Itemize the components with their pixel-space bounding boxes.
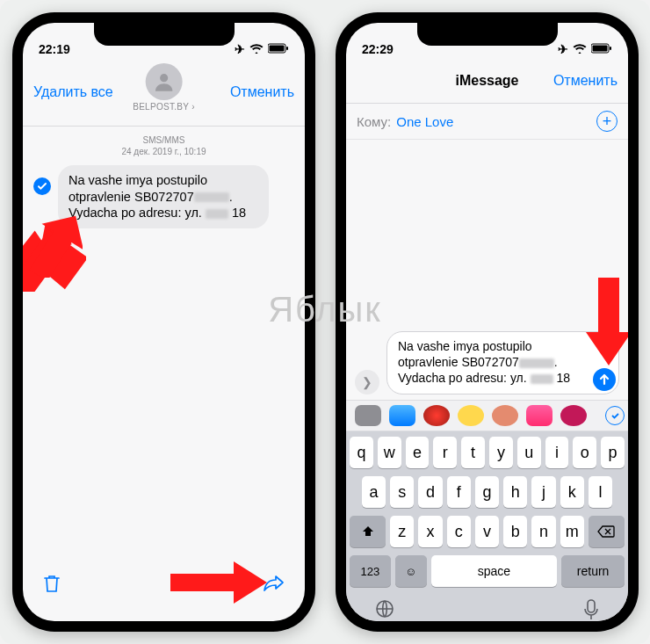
app-more-icon[interactable] xyxy=(605,406,625,425)
message-timestamp: 24 дек. 2019 г., 10:19 xyxy=(33,147,294,156)
status-icons: ✈︎ xyxy=(235,42,289,56)
conversation-type: SMS/MMS xyxy=(33,135,294,145)
return-key[interactable]: return xyxy=(561,555,625,587)
cancel-button[interactable]: Отменить xyxy=(230,84,294,100)
key-row-3: zxcvbnm xyxy=(350,516,625,547)
memoji-app-icon[interactable] xyxy=(492,405,518,426)
space-key[interactable]: space xyxy=(431,555,558,587)
numbers-key[interactable]: 123 xyxy=(350,555,391,587)
key-n[interactable]: n xyxy=(531,516,555,547)
to-label: Кому: xyxy=(357,114,391,129)
key-i[interactable]: i xyxy=(545,437,569,468)
key-q[interactable]: q xyxy=(350,437,373,468)
phone-right: 22:29 ✈︎ iMessage Отменить Кому: One Lov… xyxy=(336,12,639,632)
key-g[interactable]: g xyxy=(475,476,499,508)
globe-icon[interactable] xyxy=(374,598,395,621)
key-h[interactable]: h xyxy=(503,476,527,508)
svg-rect-1 xyxy=(270,46,285,52)
notch xyxy=(94,23,235,46)
key-u[interactable]: u xyxy=(517,437,541,468)
key-row-4: 123 ☺ space return xyxy=(350,555,625,587)
contact-avatar[interactable] xyxy=(146,63,183,100)
redacted-text xyxy=(206,209,228,219)
status-time: 22:19 xyxy=(39,42,70,56)
notch xyxy=(417,23,558,46)
add-recipient-button[interactable]: + xyxy=(596,111,618,132)
app-icon[interactable] xyxy=(560,405,587,426)
delete-all-button[interactable]: Удалить все xyxy=(33,84,113,100)
redacted-text xyxy=(194,192,229,202)
key-r[interactable]: r xyxy=(433,437,457,468)
key-p[interactable]: p xyxy=(601,437,625,468)
key-o[interactable]: o xyxy=(573,437,596,468)
svg-marker-14 xyxy=(586,278,628,365)
key-a[interactable]: a xyxy=(362,476,386,508)
key-t[interactable]: t xyxy=(461,437,485,468)
appstore-app-icon[interactable] xyxy=(389,405,415,426)
key-k[interactable]: k xyxy=(560,476,584,508)
emoji-key[interactable]: ☺ xyxy=(395,555,427,587)
key-x[interactable]: x xyxy=(418,516,442,547)
trash-icon[interactable] xyxy=(42,573,61,597)
svg-marker-8 xyxy=(170,561,267,604)
phone-left: 22:19 ✈︎ Удалить все BELPOST.BY › Отмени… xyxy=(12,12,315,632)
key-w[interactable]: w xyxy=(378,437,401,468)
message-input[interactable]: Na vashe imya postupilo otpravlenie SB07… xyxy=(386,331,619,394)
key-d[interactable]: d xyxy=(418,476,442,508)
key-f[interactable]: f xyxy=(447,476,471,508)
key-j[interactable]: j xyxy=(531,476,555,508)
selection-check-icon[interactable] xyxy=(33,177,51,195)
annotation-arrow-2 xyxy=(170,561,267,604)
airplane-icon: ✈︎ xyxy=(558,42,568,56)
keyboard-bottom xyxy=(350,595,625,621)
key-v[interactable]: v xyxy=(475,516,499,547)
svg-point-3 xyxy=(160,74,168,82)
received-message-bubble[interactable]: Na vashe imya postupilo otpravlenie SB07… xyxy=(58,165,269,228)
key-m[interactable]: m xyxy=(560,516,584,547)
keyboard: qwertyuiop asdfghjkl zxcvbnm 123 ☺ space… xyxy=(346,431,628,621)
key-row-2: asdfghjkl xyxy=(350,476,625,508)
expand-apps-button[interactable]: ❯ xyxy=(355,370,379,394)
contact-name: BELPOST.BY › xyxy=(133,102,195,112)
airplane-icon: ✈︎ xyxy=(235,42,245,56)
backspace-key[interactable] xyxy=(589,516,625,547)
svg-rect-2 xyxy=(286,47,288,50)
redacted-text xyxy=(531,374,553,384)
nav-bar: iMessage Отменить xyxy=(346,58,628,104)
annotation-arrow-1 xyxy=(23,207,83,278)
status-icons: ✈︎ xyxy=(558,42,612,56)
page-title: iMessage xyxy=(455,73,518,88)
shift-key[interactable] xyxy=(350,516,386,547)
cancel-button[interactable]: Отменить xyxy=(553,73,618,89)
key-l[interactable]: l xyxy=(589,476,612,508)
key-y[interactable]: y xyxy=(489,437,513,468)
imessage-app-tray xyxy=(346,400,628,431)
svg-rect-10 xyxy=(593,46,608,52)
key-c[interactable]: c xyxy=(447,516,471,547)
annotation-arrow-3 xyxy=(586,278,628,365)
status-time: 22:29 xyxy=(362,42,394,56)
redacted-text xyxy=(519,358,554,368)
app-icon[interactable] xyxy=(423,405,450,426)
key-e[interactable]: e xyxy=(406,437,430,468)
battery-icon xyxy=(268,42,289,56)
battery-icon xyxy=(591,42,612,56)
to-recipient[interactable]: One Love xyxy=(396,114,453,129)
svg-rect-13 xyxy=(588,600,595,612)
key-row-1: qwertyuiop xyxy=(350,437,625,468)
key-b[interactable]: b xyxy=(503,516,527,547)
memoji-app-icon[interactable] xyxy=(458,405,484,426)
send-button[interactable] xyxy=(593,368,616,391)
mic-icon[interactable] xyxy=(582,598,600,621)
to-field[interactable]: Кому: One Love + xyxy=(346,104,628,140)
photos-app-icon[interactable] xyxy=(355,405,381,426)
key-s[interactable]: s xyxy=(390,476,414,508)
key-z[interactable]: z xyxy=(390,516,414,547)
nav-bar: Удалить все BELPOST.BY › Отменить xyxy=(23,58,305,127)
svg-rect-11 xyxy=(610,47,611,50)
wifi-icon xyxy=(249,42,264,56)
wifi-icon xyxy=(573,42,587,56)
svg-marker-7 xyxy=(23,207,83,278)
music-app-icon[interactable] xyxy=(526,405,552,426)
